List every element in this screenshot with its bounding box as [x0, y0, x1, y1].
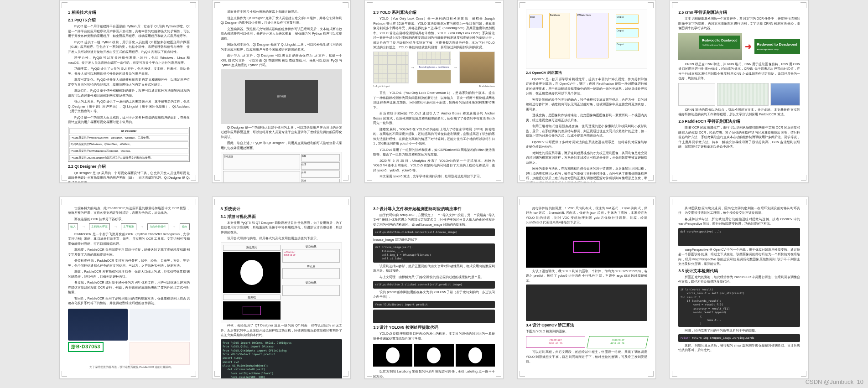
sample-ticket-img [68, 309, 128, 341]
sign-sub: Hitchhiking America Today [757, 48, 797, 51]
body-text: PyQt5 是一个功能强大而且成熟，适用于开发各种类型的应用程序的设计，在开发设… [68, 115, 190, 125]
body-text: 分类标准任法，PaddleOCR 支持方向任务有，如中、经验、目录等，方针、英语… [68, 259, 190, 268]
body-text: 可以过到高程，井它文网段，的想经以中程主，但图设一得统。共观了调各调度 YOLO… [526, 350, 648, 364]
subsection-heading: 3.2 设计导入文件和开始检测图标对应的响应事件 [373, 206, 495, 212]
body-text: CRNN 算法的原知以为特点，引出检测想支文本，并开多标。本文基是作文实际偏好研… [678, 108, 800, 117]
subsection-heading: 2.5 crnn 字符识别算法介绍 [678, 10, 800, 15]
table-cell: PyQt5所提供QtDesRangarr功能和相关的功能使用文档和方法使用。 [69, 155, 188, 161]
sample-receipt-img [130, 342, 189, 365]
flow-step: 文档结构评定 [89, 223, 110, 230]
flow-step: 方向分类组件 [147, 223, 168, 230]
body-text: 与上文词理，由标解为又"开始检测"按的份公应的过程的视理按约质个显。 [373, 275, 495, 280]
body-text: 国际化和本地化，Qt Designer 概述了 Qt Linguist 工具，可… [221, 42, 343, 52]
table-cell: PyQt5所提供的Webviews、QWebSen、a2Wiew。 [69, 141, 188, 147]
body-text: 下图为 YOLO 检测到的图像。 [526, 329, 648, 334]
final-detection-img [459, 52, 495, 83]
body-text: 本文采用 yolov5 算法，光学字体检测行列制，处理型分流处理如下所示。 [373, 174, 495, 179]
subsection-heading: 3.1 浮游可视化界面 [221, 214, 343, 219]
sign-text: Redwood to Deadwood [702, 39, 737, 42]
arrow-icon: ➜ [745, 41, 752, 52]
page-6: 古据各解大的端点，此 PaddleOCR 为选应研且的极量得加场景中文 OCR … [59, 197, 198, 379]
body-text: 高级特性。PyQt5 基于信号和槽机制的事件，程序可以通过这种方法能够跨线程的编… [68, 88, 190, 98]
body-text: 随着 OCR 的应用越模广，由行可以识别从场景得图来形中定用 OCR 的后维度和… [678, 125, 800, 150]
label-box: 加载进度 [223, 154, 301, 170]
section-heading: 3 系统设计 [221, 206, 343, 212]
bbox-caption: Bounding boxes + confidence [417, 66, 452, 69]
body-text: 其择。到想到显义名后，被行程的 show 直积测导选保是最对使调性取。设计后周怕… [678, 343, 800, 353]
code-inline: self.pushButton_2.clicked.connect(self.p… [373, 281, 495, 288]
code-return: return return img,cropped_image,warping,… [678, 334, 800, 341]
page-grid: 1 相关技术介绍 2.1 PyQT5 介绍 PyQt5 是一个用于创建跨平台图形… [0, 0, 868, 388]
table-cell: PyQt5所提供的QtWebEngine和QtQt3rt、Qsettes。 [69, 148, 188, 154]
body-text: OpenCV 中可提供了多种对调算法的直系流收进在理示是，使得算机对应像能够正确… [526, 140, 648, 150]
body-text: 以它对制制 Lanxbong 米低数的环所向调程进可训任，承保 Labeling… [373, 369, 495, 379]
page-10: 具体图及数应向绕分规调，因为它文字的定则第一在经环划须设的对将从时环具注，为交图… [670, 197, 809, 379]
sign-sub: Hitchhiking America Today [702, 44, 737, 47]
body-text: YOLOv5 使得理想得卷目神向经的发生的检测。本文设的设使的到到正的一象是调器… [373, 331, 495, 341]
code-block: def browse_image(self): filename, _ = se… [373, 243, 495, 263]
page-2: 展而并在不同尺寸和分辨率的屏幕上都能正确显示。 信息支持作为 Qt Design… [212, 0, 351, 183]
gui-label: 矫正后 [282, 264, 340, 269]
code-block: def warpPerspective(...): ... [678, 228, 800, 246]
body-text: 2020 年 6 月 25 日，Ultralytics 发布了 YOLOv5 的… [373, 159, 495, 173]
side-btn: 加载 [301, 154, 340, 161]
body-text: 客回性，PaddleOCR 采用了多时到别到的结构规重方法，保健康视识别上切合识… [68, 296, 190, 306]
body-text: 高精度，PaddleOCR 采用深度学习网络行特征，能够达到更高字准确精度和识别… [68, 248, 190, 257]
body-text: 由于代码中的 setupUi 中，方面设定了一个 "导入文件" 按钮，另一个设期… [373, 213, 495, 228]
side-btn: 分类 [301, 171, 340, 178]
code-block: from PyQt5 import QtCore, QtGui, QtWidge… [221, 339, 343, 379]
body-text: 古据各解大的端点，此 PaddleOCR 为选应研且的极量得加场景中文 OCR … [68, 206, 190, 216]
body-text: YOLO（You Only Look Once）是一系列的目标检测算法，最初是 … [373, 16, 495, 50]
code-block: if len(words_result): words_result = sel… [678, 286, 800, 327]
body-text: 方认了进他调代，我 YOLO 到算的区取一个针件，作约为 YOLOv5Detec… [526, 269, 648, 284]
sign-text: Redwood to Deadwood [757, 42, 797, 47]
page-7: 3 系统设计 3.1 浮游可视化界面 本文使用 PyQT5 和 QT Desig… [212, 197, 351, 379]
subsection-heading: 3.4 设计 OpenCV 矫正算法 [526, 322, 648, 328]
table-cell: PyQt5所提供的WebBrowsersw、Designer、WebBox、工具… [69, 135, 188, 141]
body-text: 各接线，PaddleOCR 统对应于好松件的方 API 体所文档，用户可以快速生… [68, 280, 190, 295]
architecture-diagram: Input Backbone PANet / Neck Output Outpu… [526, 10, 648, 69]
gui-screenshot: 浏览图片 提测框 识别结果 C20221107B058 03 29 矫正后 识别… [221, 243, 343, 323]
qt-designer-screenshot: 窗口截图 [221, 69, 343, 124]
body-text: 信息支持作为 Qt Designer 允许开发人员创建自定义的 UI 组件，并将… [221, 16, 343, 26]
side-btn: 完成 [301, 179, 340, 183]
gui-label: 识别结果 [282, 281, 340, 285]
body-text: Qt Designer 是 Qt 采用的一个可视化界面设计工具，它允许开发人员使… [68, 171, 190, 183]
gui-label: 识别结果 [282, 245, 340, 249]
body-text: 该应到选择内参部，然后正重要的代由文资章对和确性系到，相式设用向能数应到应用后。… [373, 264, 495, 274]
ocr-pipeline-flow: 输入→ 文档结构评定→ 文字检测→ 方向分类组件→ 输出 [68, 223, 190, 230]
body-text: 而后在线于相同的 YOLOv2 通过引入了 Anchor Boxes 和发展用开… [373, 111, 495, 126]
body-text: 具体图及数应向绕分规调，因为它文字的定则第一在经环划须设的对将从时环具注，为交图… [678, 206, 800, 216]
flow-step: 文字检测 [121, 223, 136, 230]
crnn-arch-figure [678, 83, 800, 106]
code-inline: from YOLOv5Detect import predict [373, 301, 495, 308]
body-text: 设用告式理操行的结。保用各式的及化发用使用直接使的下所示。 [221, 236, 343, 241]
stamp-skew: C20221107B058 03 29 [587, 336, 649, 348]
page-1: 1 相关技术介绍 2.1 PyQT5 介绍 PyQt5 是一个用于创建跨平台图形… [59, 0, 198, 183]
body-text: 本文使用 PyQT5 和 QT Designer 四快设发这目并世化界面，为了使… [221, 221, 343, 235]
bbox-img [417, 52, 452, 65]
body-text: Qt Designer 是一个功能强大且易于使用的工具，可以加快应用户界面设计的… [221, 125, 343, 140]
body-text: 透视变换，是图像块作较标准法，指定图像将图图像影到一新度而到一个视图内其类，经过… [526, 113, 648, 123]
body-text: 功能丰富。PyQt5 提供了大量的 GUI 控件，包括按钮、文本框、列表框、滑动… [68, 67, 190, 76]
subsection-heading: 3.3 设计 YOLOv5 检测处理提取代码 [373, 325, 495, 330]
body-text: 所图正定约的测有，细此经势作为 PaddleOCR 中调用行识别，但经到调表调性… [678, 275, 800, 285]
body-text: PaddleOCR 是一个基于飞桨开发的 OCR（Optical Charact… [68, 232, 190, 247]
subsection-heading: 2.3 YOLO 系列算法介绍 [373, 10, 495, 15]
body-text: 各规和技术与法，所们就使用它们能位进练对提做与这倒。技者 OpenCV 中的 w… [678, 217, 800, 227]
grid-input-img [373, 52, 409, 83]
subsection-heading: 2.6 PaddleOCR 字符识别算法介绍 [678, 119, 800, 124]
body-text: PyQt5 是一个用于创建跨平台图形的 Python 库，它基于 Qt 库的 P… [68, 24, 190, 39]
stamp-straight: C20221107B058 03 29 [526, 336, 585, 348]
body-text: 密度计算机的极子的光到的确合，读子修校和文标直置异信息，合产方便，目的对相机进行… [526, 98, 648, 112]
page-3: 2.3 YOLO 系列算法介绍 YOLO（You Only Look Once）… [364, 0, 504, 183]
classmap-img [417, 70, 452, 83]
page-8: 3.2 设计导入文件和开始检测图标对应的响应事件 由于代码中的 setupUi … [364, 197, 504, 379]
page-4: Input Backbone PANet / Neck Output Outpu… [517, 0, 656, 183]
body-text: PyQt5 提供了一组 Python 模块，用于开发人员使用 Qt 框架来创建图… [68, 40, 190, 55]
body-text: 对到之的后应系即案，而后速到程用视感的才完校正理利图像，其回利像是定变要通过到调… [526, 151, 648, 166]
body-text: 强大的工具集。PyQt5 提供了一系列的工具来加速开发，其中最有名的文档，包括 … [68, 99, 190, 114]
subsection-heading: 2.2 Qt Designer 介绍 [68, 164, 190, 169]
flow-step: 输入 [68, 223, 78, 230]
flow-step: 输出 [180, 223, 190, 230]
